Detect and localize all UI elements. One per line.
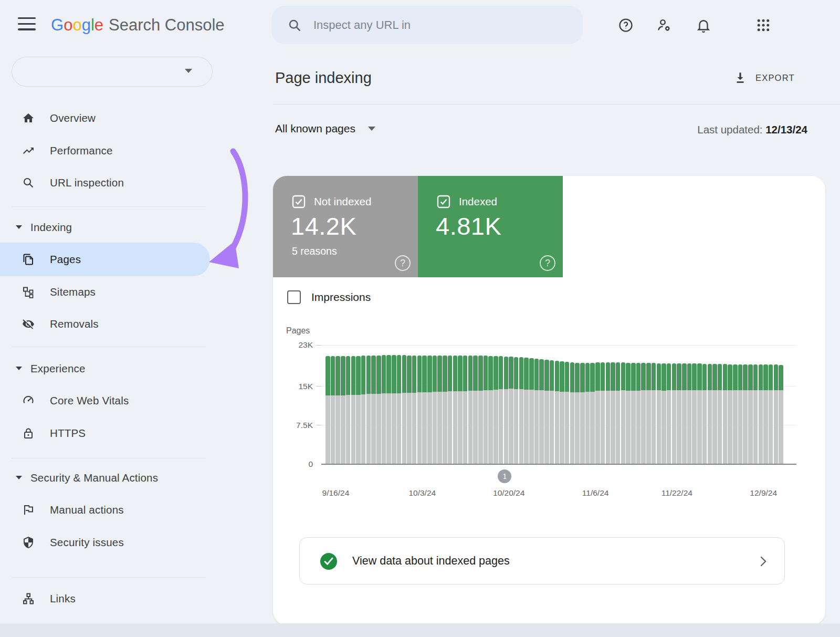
bar-segment-indexed [692, 363, 697, 390]
bar-segment-indexed [448, 356, 453, 391]
bar-segment-not-indexed [702, 390, 707, 464]
bar-segment-indexed [677, 363, 681, 391]
property-selector[interactable] [12, 57, 213, 87]
view-indexed-data-row[interactable]: View data about indexed pages [299, 537, 785, 584]
bar-segment-not-indexed [718, 390, 722, 464]
page-title: Page indexing [275, 69, 372, 87]
sidebar-item-removals[interactable]: Removals [0, 308, 211, 340]
chart-bar [697, 363, 702, 464]
bar-segment-not-indexed [402, 393, 407, 464]
collapse-arrow-icon [16, 367, 22, 370]
bar-segment-indexed [601, 362, 605, 391]
chart-bar [570, 362, 575, 464]
apps-grid-icon[interactable] [755, 17, 771, 33]
chart-bar [509, 357, 513, 464]
bar-segment-indexed [728, 364, 732, 391]
bar-segment-not-indexed [580, 392, 585, 464]
chart-bar [335, 356, 340, 464]
bar-segment-not-indexed [468, 391, 473, 464]
bar-segment-not-indexed [417, 392, 422, 464]
speedometer-icon [22, 394, 35, 407]
sidebar-item-security-issues[interactable]: Security issues [0, 526, 211, 559]
sidebar-item-pages[interactable]: Pages [0, 243, 211, 276]
chart-bar [728, 364, 732, 464]
bar-segment-not-indexed [626, 391, 631, 464]
not-indexed-card[interactable]: Not indexed 14.2K 5 reasons ? [273, 176, 418, 277]
export-label: EXPORT [755, 73, 795, 83]
sidebar-item-sitemaps[interactable]: Sitemaps [0, 276, 211, 308]
bar-segment-not-indexed [331, 395, 335, 464]
bar-segment-not-indexed [341, 395, 345, 464]
chart-bar [621, 362, 626, 464]
hamburger-menu-icon[interactable] [18, 17, 36, 33]
chart-bar [361, 356, 366, 464]
sidebar-item-links[interactable]: Links [0, 582, 211, 615]
download-icon [733, 71, 747, 85]
impressions-checkbox[interactable]: Impressions [287, 290, 371, 304]
sidebar-item-performance[interactable]: Performance [0, 134, 211, 167]
page-filter-dropdown[interactable]: All known pages [275, 122, 375, 135]
bar-segment-indexed [555, 361, 560, 391]
bar-segment-indexed [519, 357, 524, 389]
sidebar-section-label: Security & Manual Actions [30, 472, 158, 484]
notifications-icon[interactable] [696, 17, 711, 33]
bar-segment-not-indexed [488, 390, 493, 464]
bar-segment-not-indexed [514, 389, 519, 464]
url-inspection-search-bar[interactable] [271, 6, 583, 44]
sidebar-item-https[interactable]: HTTPS [0, 417, 211, 450]
chart-bar [682, 363, 687, 464]
page-bottom-edge [0, 623, 840, 637]
bar-segment-indexed [463, 356, 468, 391]
bar-segment-indexed [341, 356, 345, 395]
bar-segment-not-indexed [392, 393, 396, 464]
shield-icon [22, 536, 35, 549]
bar-segment-not-indexed [652, 390, 656, 464]
checked-checkbox-icon[interactable] [437, 195, 450, 208]
help-icon[interactable]: ? [540, 255, 555, 271]
unchecked-checkbox-icon[interactable] [287, 290, 301, 304]
sidebar-divider [12, 347, 206, 347]
sidebar-item-core-web-vitals[interactable]: Core Web Vitals [0, 384, 211, 417]
bar-segment-not-indexed [662, 391, 666, 464]
checked-checkbox-icon[interactable] [292, 195, 306, 208]
bar-segment-indexed [723, 364, 728, 390]
bar-segment-indexed [590, 363, 595, 392]
chart-bar [550, 360, 554, 464]
bar-segment-indexed [509, 357, 513, 389]
bar-segment-not-indexed [382, 393, 386, 464]
sidebar-item-label: URL inspection [50, 176, 124, 189]
logo-letter: G [51, 16, 64, 34]
logo-letter: l [91, 16, 94, 34]
sidebar-item-manual-actions[interactable]: Manual actions [0, 494, 211, 526]
sidebar-item-url-inspection[interactable]: URL inspection [0, 166, 211, 199]
bar-segment-not-indexed [712, 390, 717, 464]
sidebar-section-security-manual-actions[interactable]: Security & Manual Actions [0, 462, 211, 494]
sidebar-section-experience[interactable]: Experience [0, 352, 211, 385]
chart-bar [580, 363, 585, 464]
indexed-card[interactable]: Indexed 4.81K ? [418, 176, 563, 277]
sidebar-item-overview[interactable]: Overview [0, 102, 211, 134]
bar-segment-indexed [646, 363, 651, 390]
bar-segment-not-indexed [529, 390, 534, 464]
help-icon[interactable]: ? [395, 255, 411, 271]
help-icon[interactable] [618, 17, 634, 33]
search-input[interactable] [313, 18, 565, 32]
user-settings-icon[interactable] [656, 17, 672, 33]
chart-bar [585, 363, 590, 464]
chart-bar [397, 355, 402, 464]
bar-segment-indexed [366, 356, 371, 394]
chart-bar [422, 356, 427, 464]
chart-bar [657, 363, 662, 464]
bar-segment-indexed [712, 364, 717, 390]
bar-segment-indexed [346, 356, 351, 395]
chart-bar [382, 355, 386, 464]
bar-segment-indexed [657, 363, 662, 391]
bar-segment-not-indexed [601, 391, 605, 464]
bar-segment-indexed [392, 355, 396, 393]
sidebar-divider [12, 206, 206, 207]
sidebar-section-indexing[interactable]: Indexing [0, 211, 211, 244]
bar-segment-indexed [371, 356, 376, 394]
export-button[interactable]: EXPORT [733, 68, 810, 87]
search-icon [287, 18, 302, 33]
bar-segment-indexed [453, 356, 458, 391]
